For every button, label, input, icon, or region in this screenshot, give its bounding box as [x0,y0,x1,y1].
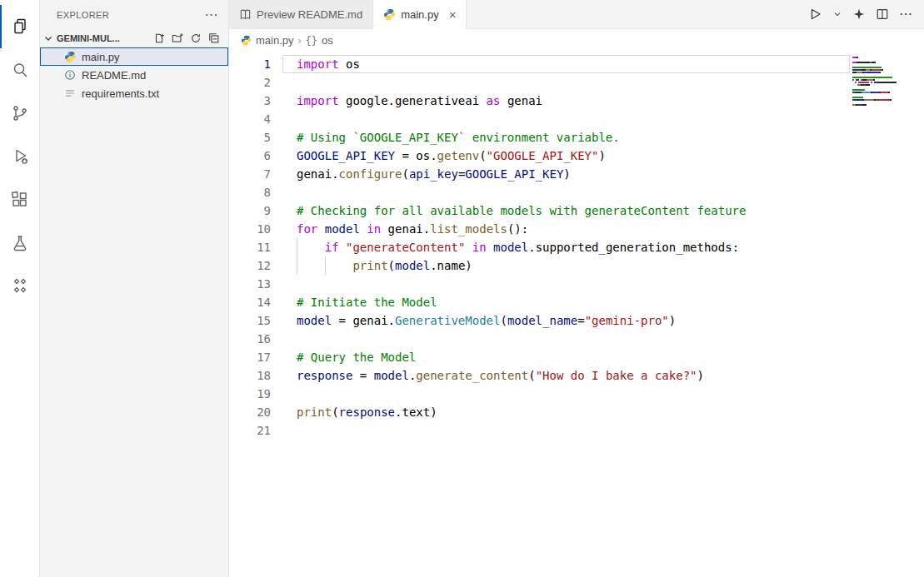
code-line[interactable]: 10for model in genai.list_models(): [229,220,924,238]
line-number[interactable]: 14 [229,293,271,311]
minimap[interactable] [852,57,912,109]
line-content[interactable]: # Using `GOOGLE_API_KEY` environment var… [271,128,924,147]
line-content[interactable]: model = genai.GenerativeModel(model_name… [271,311,924,330]
line-content[interactable]: print(response.text) [271,403,924,421]
code-line[interactable]: 13 [229,275,924,293]
run-icon[interactable] [807,7,822,22]
code-line[interactable]: 17# Query the Model [229,348,924,366]
line-number[interactable]: 7 [229,165,271,183]
breadcrumb-file[interactable]: main.py [256,34,294,47]
line-number[interactable]: 1 [229,55,271,73]
line-content[interactable]: if "generateContent" in model.supported_… [271,238,924,256]
line-number[interactable]: 20 [229,403,271,421]
collapse-all-icon[interactable] [208,32,220,44]
line-content[interactable] [271,330,924,348]
activity-testing[interactable] [0,221,40,265]
file-row-main-py[interactable]: main.py [40,47,228,66]
explorer-more-icon[interactable]: ⋯ [205,8,218,22]
code-line[interactable]: 6GOOGLE_API_KEY = os.getenv("GOOGLE_API_… [229,147,924,165]
tab-main-py[interactable]: main.py × [373,0,467,29]
line-number[interactable]: 21 [229,421,271,440]
line-content[interactable] [271,421,924,440]
code-token: "GOOGLE_API_KEY" [487,149,599,162]
code-line[interactable]: 11 if "generateContent" in model.support… [229,238,924,256]
code-line[interactable]: 15model = genai.GenerativeModel(model_na… [229,311,924,330]
code-line[interactable]: 5# Using `GOOGLE_API_KEY` environment va… [229,128,924,147]
run-dropdown-icon[interactable] [832,9,842,19]
code-token: model [325,222,360,236]
code-line[interactable]: 18response = model.generate_content("How… [229,366,924,385]
activity-extensions[interactable] [0,178,40,221]
sparkle-icon[interactable] [852,7,866,21]
line-content[interactable]: import google.generativeai as genai [271,92,924,110]
code-line[interactable]: 7genai.configure(api_key=GOOGLE_API_KEY) [229,165,924,183]
activity-search[interactable] [0,48,40,92]
split-editor-icon[interactable] [876,7,889,21]
code-line[interactable]: 3import google.generativeai as genai [229,92,924,110]
code-token: import [297,57,339,71]
line-number[interactable]: 11 [229,238,271,256]
line-number[interactable]: 4 [229,110,271,128]
code-line[interactable]: 8 [229,183,924,201]
code-line[interactable]: 9# Checking for all available models wit… [229,201,924,220]
line-number[interactable]: 15 [229,311,271,330]
code-line[interactable]: 19 [229,385,924,403]
line-content[interactable] [271,385,924,403]
code-line[interactable]: 14# Initiate the Model [229,293,924,311]
line-number[interactable]: 18 [229,366,271,385]
line-content[interactable] [271,275,924,293]
line-number[interactable]: 6 [229,147,271,165]
code-line[interactable]: 21 [229,421,924,440]
code-token: ( [528,369,535,382]
line-content[interactable]: import os [271,55,924,73]
code-line[interactable]: 2 [229,73,924,92]
code-line[interactable]: 12 print(model.name) [229,256,924,275]
minimap-line [852,74,912,76]
more-actions-icon[interactable]: ⋯ [899,7,912,21]
code-line[interactable]: 1import os [229,55,924,73]
refresh-icon[interactable] [190,32,202,44]
line-number[interactable]: 19 [229,385,271,403]
line-content[interactable]: # Checking for all available models with… [271,201,924,220]
line-number[interactable]: 12 [229,256,271,275]
minimap-line [852,97,912,98]
file-row-requirements-txt[interactable]: requirements.txt [40,84,228,102]
folder-section-header[interactable]: GEMINI-MUL... [40,29,228,47]
line-number[interactable]: 5 [229,128,271,147]
code-line[interactable]: 16 [229,330,924,348]
minimap-line [852,69,912,71]
line-number[interactable]: 17 [229,348,271,366]
line-number[interactable]: 10 [229,220,271,238]
line-number[interactable]: 16 [229,330,271,348]
activity-run-debug[interactable] [0,135,40,178]
minimap-line [852,107,912,108]
activity-source-control[interactable] [0,92,40,135]
line-content[interactable] [271,73,924,92]
line-content[interactable]: # Query the Model [271,348,924,366]
new-file-icon[interactable] [153,32,165,44]
code-area[interactable]: 1import os23import google.generativeai a… [229,52,924,577]
line-number[interactable]: 3 [229,92,271,110]
editor-actions: ⋯ [796,0,924,28]
code-line[interactable]: 20print(response.text) [229,403,924,421]
line-number[interactable]: 9 [229,201,271,220]
line-content[interactable] [271,183,924,201]
line-number[interactable]: 8 [229,183,271,201]
line-content[interactable]: print(model.name) [271,256,924,275]
line-content[interactable]: genai.configure(api_key=GOOGLE_API_KEY) [271,165,924,183]
tab-preview-readme[interactable]: Preview README.md [229,0,373,28]
file-row-readme-md[interactable]: README.md [40,66,228,84]
new-folder-icon[interactable] [172,32,183,44]
code-line[interactable]: 4 [229,110,924,128]
line-content[interactable]: for model in genai.list_models(): [271,220,924,238]
close-icon[interactable]: × [449,8,457,21]
activity-gemini[interactable] [0,265,40,308]
breadcrumb-symbol[interactable]: os [322,34,333,47]
line-number[interactable]: 13 [229,275,271,293]
line-content[interactable]: GOOGLE_API_KEY = os.getenv("GOOGLE_API_K… [271,147,924,165]
line-content[interactable]: # Initiate the Model [271,293,924,311]
line-content[interactable] [271,110,924,128]
line-content[interactable]: response = model.generate_content("How d… [271,366,924,385]
activity-explorer[interactable] [0,5,40,48]
line-number[interactable]: 2 [229,73,271,92]
